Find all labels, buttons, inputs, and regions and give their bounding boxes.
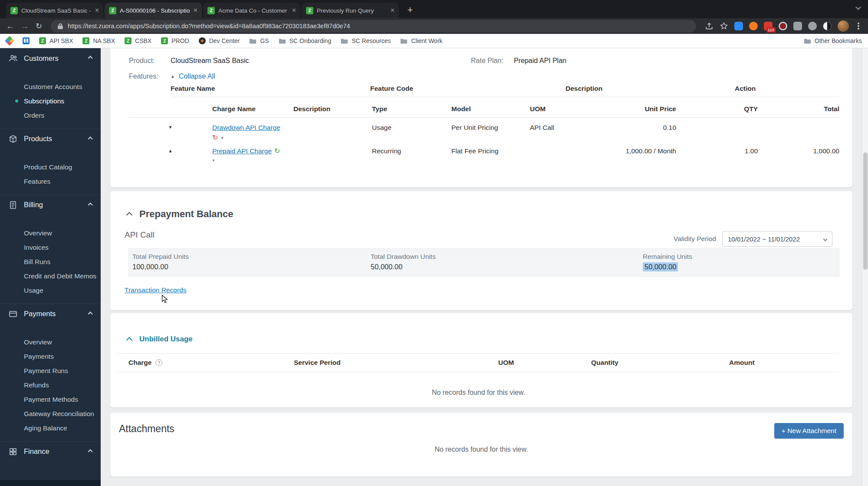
bookmark-folder-sc-resources[interactable]: SC Resources [341,37,391,44]
bookmarks-bar: API SBX NA SBX CSBX PROD Dev Center GS S… [0,34,868,48]
tab-close-icon[interactable] [292,7,296,14]
cell-type: Recurring [372,147,451,155]
caret-down-icon[interactable] [212,158,215,163]
bookmark-na-sbx[interactable]: NA SBX [82,37,115,44]
bookmark-folder-client-work[interactable]: Client Work [400,37,442,44]
back-icon[interactable]: ← [6,22,14,30]
dev-center-icon [199,37,206,44]
zuora-favicon [109,7,116,14]
url-bar[interactable]: https://test.zuora.com/apps/Subscription… [51,20,696,33]
browser-menu-icon[interactable] [858,25,859,27]
tab-title: CloudStream SaaS Basic - Zu [21,7,92,14]
sidebar-section-payments[interactable]: Payments [0,304,101,324]
sidebar-item-billing-overview[interactable]: Overview [0,226,101,240]
transaction-records-link[interactable]: Transaction Records [125,286,186,294]
bookmark-folder-gs[interactable]: GS [249,37,269,44]
chevron-up-icon [88,202,92,207]
charge-link-prepaid[interactable]: Prepaid API Charge [212,147,272,155]
validity-period-dropdown[interactable]: 10/01/2022 ~ 11/01/2022 [722,231,832,247]
tab-title: Previously Run Query [317,7,387,14]
sidebar-item-credit-debit-memos[interactable]: Credit and Debit Memos [0,269,101,283]
sidebar-item-bill-runs[interactable]: Bill Runs [0,255,101,269]
sidebar-item-refunds[interactable]: Refunds [0,378,101,392]
sidebar-item-invoices[interactable]: Invoices [0,240,101,255]
attachments-title: Attachments [119,423,174,435]
pinned-bookmark-icon-2[interactable] [23,37,30,44]
scrollbar-thumb[interactable] [863,152,868,270]
extension-gray-icon-1[interactable] [793,22,802,30]
collapse-section-icon[interactable] [126,337,132,343]
browser-window: CloudStream SaaS Basic - Zu A-S00000106 … [0,0,868,486]
new-attachment-button[interactable]: + New Attachment [774,423,844,439]
bookmark-api-sbx[interactable]: API SBX [39,37,73,44]
bookmark-label: Other Bookmarks [815,37,862,44]
sidebar-item-payment-runs[interactable]: Payment Runs [0,364,101,378]
tab-close-icon[interactable] [194,7,197,14]
bookmark-star-icon[interactable] [720,22,728,30]
other-bookmarks[interactable]: Other Bookmarks [804,37,862,44]
sidebar-section-finance[interactable]: Finance [0,441,101,461]
bookmark-dev-center[interactable]: Dev Center [199,37,240,44]
tab-close-icon[interactable] [95,7,99,14]
col-service-period: Service Period [294,359,498,367]
sidebar-item-customer-accounts[interactable]: Customer Accounts [0,79,101,94]
extension-grid-icon[interactable]: 110 [764,22,773,30]
total-prepaid-units-label: Total Prepaid Units [132,253,367,261]
caret-down-icon[interactable] [221,135,224,141]
sidebar-item-payments-overview[interactable]: Overview [0,335,101,349]
attachments-card: Attachments + New Attachment No records … [110,413,852,476]
pinned-bookmark-icon-1[interactable] [6,37,13,44]
sidebar-item-product-catalog[interactable]: Product Catalog [0,160,101,174]
sidebar-item-payment-methods[interactable]: Payment Methods [0,392,101,407]
sidebar-item-usage[interactable]: Usage [0,283,101,298]
sidebar-section-products[interactable]: Products [0,129,101,149]
browser-tab-2-active[interactable]: A-S00000106 - Subscriptions [105,3,202,18]
col-feature-name: Feature Name [171,85,370,93]
prepayment-balance-title: Prepayment Balance [139,208,233,220]
cell-type: Usage [372,124,451,132]
col-charge: Charge [128,359,151,367]
profile-avatar[interactable] [838,20,849,32]
browser-tab-4[interactable]: Previously Run Query [302,3,399,18]
extension-zoom-icon[interactable] [734,22,743,30]
sidebar-section-customers[interactable]: Customers [0,48,101,68]
collapse-all-link[interactable]: Collapse All [171,72,215,81]
zuora-bookmark-icon [125,37,132,44]
sidebar-section-billing[interactable]: Billing [0,195,101,215]
chevron-up-icon [88,136,92,141]
chevron-down-icon[interactable] [855,4,861,10]
collapse-row-icon[interactable] [128,147,212,154]
bookmark-prod[interactable]: PROD [161,37,189,44]
charge-link-drawdown[interactable]: Drawdown API Charge [212,124,280,131]
extension-orange-icon[interactable] [749,22,758,30]
help-question-icon[interactable] [155,359,162,366]
share-icon[interactable] [705,22,713,30]
bookmark-folder-sc-onboarding[interactable]: SC Onboarding [279,37,332,44]
chevron-up-icon [88,449,92,454]
board-app-icon [23,37,30,44]
extension-contrast-icon[interactable] [823,22,832,30]
sidebar-item-payments[interactable]: Payments [0,349,101,364]
page-scrollbar[interactable] [862,48,868,486]
sidebar-item-features[interactable]: Features [0,174,101,188]
url-text: https://test.zuora.com/apps/Subscription… [68,23,350,30]
extension-gray-icon-2[interactable] [808,22,817,30]
sidebar-item-gateway-reconciliation[interactable]: Gateway Reconciliation [0,407,101,421]
bookmark-csbx[interactable]: CSBX [125,37,151,44]
browser-tab-1[interactable]: CloudStream SaaS Basic - Zu [6,3,103,18]
extension-okta-icon[interactable] [779,22,787,30]
expand-row-icon[interactable] [128,124,212,130]
sidebar-item-subscriptions[interactable]: Subscriptions [0,94,101,108]
sidebar-item-aging-balance[interactable]: Aging Balance [0,421,101,435]
reload-icon[interactable]: ↻ [36,22,42,30]
browser-tab-3[interactable]: Acme Data Co - Customer Acc [203,3,300,18]
forward-icon[interactable]: → [21,22,29,30]
collapse-section-icon[interactable] [126,212,132,218]
sidebar-item-orders[interactable]: Orders [0,108,101,122]
charge-row-prepaid: Prepaid API Charge Recurring Flat Fee Pr… [128,141,839,163]
folder-icon [400,38,408,44]
new-tab-button[interactable] [404,3,417,17]
features-label: Features: [129,72,171,81]
tab-close-icon[interactable] [391,7,395,14]
col-model: Model [451,105,530,113]
